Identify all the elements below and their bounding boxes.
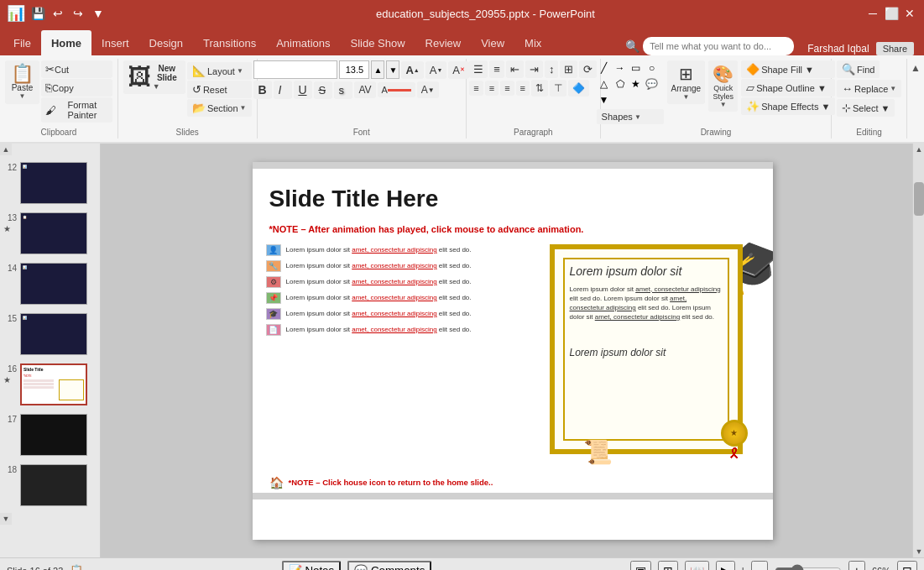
text-direction-btn[interactable]: ⇅ — [531, 80, 548, 97]
arrow-shape[interactable]: → — [613, 60, 628, 76]
char-spacing-btn[interactable]: AV — [354, 81, 375, 98]
share-btn[interactable]: Share — [876, 42, 914, 55]
indent-more-btn[interactable]: ⇥ — [525, 60, 543, 78]
shadow-btn[interactable]: s — [334, 81, 352, 99]
line-spacing-btn[interactable]: ↕ — [545, 60, 559, 78]
fit-to-window-btn[interactable]: ⊡ — [897, 561, 917, 571]
increase-font-btn[interactable]: A▲ — [401, 61, 423, 79]
save-btn[interactable]: 💾 — [30, 6, 45, 21]
canvas-scroll-down[interactable]: ▼ — [913, 546, 924, 557]
reset-button[interactable]: ↺ Reset — [187, 81, 252, 98]
rect-shape[interactable]: ▭ — [629, 60, 644, 76]
align-center-btn[interactable]: ≡ — [485, 81, 499, 96]
circle-shape[interactable]: ○ — [645, 60, 660, 76]
redo-btn[interactable]: ↪ — [70, 6, 86, 21]
shape-effects-button[interactable]: ✨ Shape Effects ▼ — [741, 97, 835, 115]
font-size-input[interactable]: 13.5 — [339, 60, 369, 79]
slide-thumb-13[interactable]: 13 ★ 📋 — [0, 211, 100, 256]
bullets-btn[interactable]: ☰ — [469, 60, 488, 78]
slide-thumb-15[interactable]: 15 📊 — [0, 311, 100, 357]
find-button[interactable]: 🔍 Find — [837, 60, 880, 78]
slide-thumb-12[interactable]: 12 📊 — [0, 160, 100, 206]
tab-review[interactable]: Review — [415, 30, 472, 55]
star-shape[interactable]: ★ — [629, 76, 644, 92]
replace-button[interactable]: ↔ Replace ▼ — [837, 80, 901, 97]
align-left-btn[interactable]: ≡ — [469, 81, 483, 96]
line-shape[interactable]: ╱ — [597, 60, 612, 76]
font-size-decrease[interactable]: ▼ — [386, 60, 399, 79]
slide-thumb-16[interactable]: 16 ★ Slide Title *NOTE — [0, 362, 100, 407]
canvas-scroll-up[interactable]: ▲ — [913, 144, 924, 155]
tab-design[interactable]: Design — [139, 30, 193, 55]
font-size-increase[interactable]: ▲ — [371, 60, 384, 79]
tab-insert[interactable]: Insert — [91, 30, 139, 55]
pentagon-shape[interactable]: ⬠ — [613, 76, 628, 92]
italic-btn[interactable]: I — [274, 81, 292, 99]
tab-file[interactable]: File — [3, 30, 41, 55]
callout-shape[interactable]: 💬 — [645, 76, 660, 92]
align-text-btn[interactable]: ⊤ — [550, 80, 566, 97]
justify-btn[interactable]: ≡ — [516, 81, 530, 96]
tab-slideshow[interactable]: Slide Show — [340, 30, 415, 55]
ribbon-collapse[interactable]: ▲ — [907, 59, 924, 139]
convert-to-smartart-btn[interactable]: 🔷 — [568, 80, 589, 97]
quick-styles-button[interactable]: 🎨 Quick Styles ▼ — [708, 60, 738, 112]
cut-button[interactable]: ✂ Cut — [41, 60, 112, 78]
slide-sorter-btn[interactable]: ⊞ — [658, 561, 678, 571]
shapes-grid: ╱ → ▭ ○ △ ⬠ ★ 💬 ▼ — [597, 60, 664, 107]
shape-outline-button[interactable]: ▱ Shape Outline ▼ — [741, 79, 835, 97]
slide-list: 👤 Lorem ipsum dolor sit amet, consectetu… — [266, 244, 540, 466]
tab-view[interactable]: View — [471, 30, 514, 55]
slides-scroll-up[interactable]: ▲ — [0, 144, 12, 155]
underline-btn[interactable]: U — [294, 81, 312, 99]
indent-less-btn[interactable]: ⇤ — [506, 60, 524, 78]
font-color-btn[interactable]: A — [378, 82, 415, 97]
title-bar: 📊 💾 ↩ ↪ ▼ education_subjects_20955.pptx … — [0, 0, 924, 27]
close-btn[interactable]: ✕ — [902, 6, 917, 21]
comments-button[interactable]: 💬 Comments — [347, 561, 431, 570]
copy-button[interactable]: ⎘ Copy — [41, 79, 112, 97]
normal-view-btn[interactable]: ▣ — [630, 561, 651, 571]
numbering-btn[interactable]: ≡ — [489, 60, 504, 78]
shape-fill-button[interactable]: 🔶 Shape Fill ▼ — [741, 60, 835, 78]
drawing-label: Drawing — [606, 126, 826, 137]
canvas-scroll-thumb[interactable] — [914, 182, 924, 216]
zoom-out-btn[interactable]: − — [751, 561, 768, 571]
new-slide-button[interactable]: 🖼 New Slide ▼ — [123, 60, 185, 94]
smartart-btn[interactable]: ⟳ — [579, 60, 597, 78]
layout-button[interactable]: 📐 Layout ▼ — [187, 62, 252, 80]
font-name-input[interactable] — [253, 60, 337, 79]
customize-btn[interactable]: ▼ — [91, 6, 106, 21]
align-right-btn[interactable]: ≡ — [500, 81, 514, 96]
slide-thumb-17[interactable]: 17 — [0, 412, 100, 458]
undo-btn[interactable]: ↩ — [50, 6, 65, 21]
select-button[interactable]: ⊹ Select ▼ — [837, 99, 895, 117]
tab-animations[interactable]: Animations — [266, 30, 340, 55]
minimize-btn[interactable]: ─ — [865, 6, 880, 21]
arrange-button[interactable]: ⊞ Arrange ▼ — [667, 60, 706, 104]
triangle-shape[interactable]: △ — [597, 76, 612, 92]
paste-button[interactable]: 📋 Paste ▼ — [5, 60, 39, 104]
decrease-font-btn[interactable]: A▼ — [425, 61, 447, 79]
zoom-in-btn[interactable]: + — [848, 561, 865, 571]
format-painter-button[interactable]: 🖌 Format Painter — [41, 97, 112, 123]
more-shapes[interactable]: ▼ — [597, 92, 612, 107]
slide-thumb-14[interactable]: 14 📊 — [0, 261, 100, 306]
text-highlight-btn[interactable]: A▼ — [417, 81, 439, 98]
reading-view-btn[interactable]: 📖 — [685, 561, 709, 571]
section-button[interactable]: 📂 Section ▼ — [187, 99, 252, 117]
slide-thumb-18[interactable]: 18 — [0, 463, 100, 508]
tab-mix[interactable]: Mix — [514, 30, 551, 55]
zoom-slider[interactable] — [775, 564, 842, 571]
tab-home[interactable]: Home — [41, 30, 91, 55]
restore-btn[interactable]: ⬜ — [884, 6, 899, 21]
notes-button[interactable]: 📝 Notes — [282, 561, 342, 570]
bold-btn[interactable]: B — [253, 81, 272, 99]
tell-me-input[interactable] — [643, 37, 794, 55]
columns-btn[interactable]: ⊞ — [560, 60, 577, 78]
slides-scroll-down[interactable]: ▼ — [0, 513, 12, 525]
shapes-button[interactable]: Shapes▼ — [597, 109, 664, 124]
tab-transitions[interactable]: Transitions — [193, 30, 266, 55]
slideshow-btn[interactable]: ▶ — [716, 561, 735, 571]
strikethrough-btn[interactable]: S — [314, 81, 332, 99]
